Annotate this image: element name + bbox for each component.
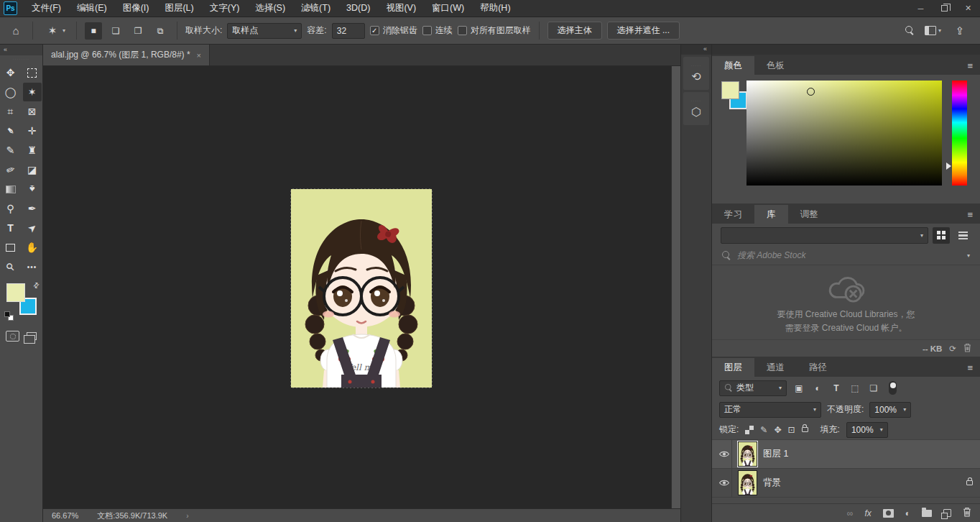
canvas-area[interactable] <box>43 66 680 508</box>
foreground-color-swatch[interactable] <box>6 283 25 302</box>
delete-layer-icon[interactable] <box>963 507 971 519</box>
delete-library-item-icon[interactable] <box>963 343 971 354</box>
clone-stamp-tool[interactable]: ♜ <box>23 141 42 160</box>
marquee-tool[interactable] <box>23 63 42 82</box>
eyedropper-tool[interactable]: ✒ <box>1 122 20 140</box>
layer-thumbnail[interactable] <box>738 441 757 467</box>
screen-mode-button[interactable] <box>27 332 37 340</box>
minimize-icon[interactable]: ─ <box>909 0 933 17</box>
lock-image-icon[interactable]: ✎ <box>760 425 767 435</box>
healing-brush-tool[interactable]: ✛ <box>23 122 42 140</box>
brush-tool[interactable]: ✎ <box>1 141 20 160</box>
blur-tool[interactable]: ♠ <box>23 180 42 198</box>
tab-adjustments[interactable]: 调整 <box>788 205 831 224</box>
zoom-tool[interactable]: ⚲ <box>1 257 20 276</box>
swap-colors-icon[interactable]: ⇄ <box>31 280 41 290</box>
layer-filter-toggle[interactable] <box>889 381 897 395</box>
sample-all-layers-checkbox[interactable] <box>458 26 467 35</box>
share-icon[interactable]: ⇪ <box>951 24 969 37</box>
filter-adjustment-layers-icon[interactable]: ◐ <box>811 383 824 393</box>
tolerance-input[interactable] <box>332 23 365 39</box>
panel-menu-icon[interactable]: ≡ <box>967 205 980 224</box>
fill-dropdown[interactable]: 100% ▾ <box>846 422 888 438</box>
workspace-switcher[interactable]: ▾ <box>925 26 941 35</box>
tab-swatches[interactable]: 色板 <box>754 56 797 75</box>
move-tool[interactable]: ✥ <box>1 63 20 82</box>
adobe-stock-search[interactable]: 搜索 Adobe Stock ▾ <box>712 247 980 265</box>
rectangle-tool[interactable] <box>1 238 20 257</box>
layer-name[interactable]: 背景 <box>763 477 781 489</box>
lock-position-icon[interactable]: ✥ <box>774 425 781 435</box>
hand-tool[interactable]: ✋ <box>23 238 42 257</box>
lasso-tool[interactable]: ◯ <box>1 83 20 101</box>
panel-menu-icon[interactable]: ≡ <box>967 56 980 75</box>
link-layers-icon[interactable]: ∞ <box>847 508 854 518</box>
search-icon[interactable] <box>905 26 915 35</box>
filter-smart-objects-icon[interactable]: ❏ <box>867 383 880 393</box>
canvas-vertical-scrollbar[interactable] <box>671 66 680 508</box>
subtract-from-selection-button[interactable]: ❐ <box>129 22 147 40</box>
edit-toolbar-icon[interactable]: ••• <box>23 257 42 276</box>
collapse-tools-icon[interactable]: « <box>0 45 42 55</box>
new-layer-icon[interactable] <box>943 509 951 517</box>
anti-alias-checkbox[interactable]: ✓ <box>370 26 379 35</box>
filter-type-layers-icon[interactable]: T <box>830 383 843 393</box>
tool-preset-picker[interactable]: ✶ ▾ <box>41 23 68 39</box>
lock-artboard-icon[interactable]: ⊡ <box>787 425 795 435</box>
path-select-tool[interactable]: ➤ <box>23 219 42 237</box>
layer-styles-icon[interactable]: fx <box>864 508 871 518</box>
saturation-brightness-field[interactable] <box>746 81 942 186</box>
layer-row-layer1[interactable]: 图层 1 <box>712 440 980 469</box>
tab-learn[interactable]: 学习 <box>712 205 754 224</box>
filter-pixel-layers-icon[interactable]: ▣ <box>792 383 805 393</box>
anti-alias-option[interactable]: ✓ 消除锯齿 <box>370 24 417 37</box>
sync-status-icon[interactable]: ⟳ <box>949 344 956 354</box>
menu-file[interactable]: 文件(F) <box>24 0 69 17</box>
tab-paths[interactable]: 路径 <box>797 358 839 377</box>
history-panel-button[interactable]: ∙∙∙∙∙ ⟲ <box>683 57 709 90</box>
blend-mode-dropdown[interactable]: 正常 ▾ <box>719 402 821 418</box>
layer-thumbnail[interactable] <box>738 470 757 495</box>
quick-mask-button[interactable] <box>6 331 19 342</box>
layer-name[interactable]: 图层 1 <box>763 448 788 460</box>
menu-edit[interactable]: 编辑(E) <box>69 0 115 17</box>
menu-image[interactable]: 图像(I) <box>115 0 157 17</box>
tab-layers[interactable]: 图层 <box>712 358 754 377</box>
default-colors-icon[interactable] <box>4 311 14 321</box>
menu-help[interactable]: 帮助(H) <box>472 0 518 17</box>
foreground-color-well[interactable] <box>721 81 739 99</box>
canvas-image[interactable] <box>291 189 432 388</box>
hue-slider[interactable] <box>952 81 967 186</box>
menu-filter[interactable]: 滤镜(T) <box>293 0 338 17</box>
menu-view[interactable]: 视图(V) <box>378 0 424 17</box>
tab-color[interactable]: 颜色 <box>712 56 754 75</box>
status-chevron-icon[interactable]: › <box>186 512 188 520</box>
add-layer-mask-icon[interactable] <box>883 509 894 518</box>
document-tab[interactable]: alal.jpg @ 66.7% (图层 1, RGB/8#) * × <box>43 45 210 65</box>
tools-grip[interactable]: ∙∙∙∙∙∙∙∙ <box>13 57 30 61</box>
lock-transparency-icon[interactable] <box>745 426 754 434</box>
properties-panel-button[interactable]: ∙∙∙∙∙ ⬡ <box>683 92 709 125</box>
restore-icon[interactable] <box>933 0 956 17</box>
menu-3d[interactable]: 3D(D) <box>338 0 378 17</box>
menu-window[interactable]: 窗口(W) <box>424 0 472 17</box>
close-tab-icon[interactable]: × <box>197 51 201 60</box>
eraser-tool[interactable]: ◪ <box>23 160 42 179</box>
layer-visibility-toggle[interactable] <box>716 440 732 468</box>
layer-filter-dropdown[interactable]: 类型 ▾ <box>719 380 787 396</box>
dodge-tool[interactable]: ⚲ <box>1 199 20 218</box>
crop-tool[interactable]: ⌗ <box>1 102 20 121</box>
tab-libraries[interactable]: 库 <box>754 205 788 224</box>
gradient-tool[interactable] <box>1 180 20 198</box>
menu-type[interactable]: 文字(Y) <box>202 0 248 17</box>
opacity-dropdown[interactable]: 100% ▾ <box>869 402 911 418</box>
tab-channels[interactable]: 通道 <box>754 358 797 377</box>
add-to-selection-button[interactable]: ❏ <box>107 22 124 40</box>
hue-pointer-icon[interactable] <box>946 162 951 170</box>
layer-visibility-toggle[interactable] <box>716 469 732 497</box>
close-icon[interactable]: ✕ <box>956 0 980 17</box>
zoom-level[interactable]: 66.67% <box>52 511 78 520</box>
list-view-button[interactable] <box>954 227 971 244</box>
layer-row-background[interactable]: 背景 <box>712 469 980 498</box>
menu-layer[interactable]: 图层(L) <box>157 0 201 17</box>
